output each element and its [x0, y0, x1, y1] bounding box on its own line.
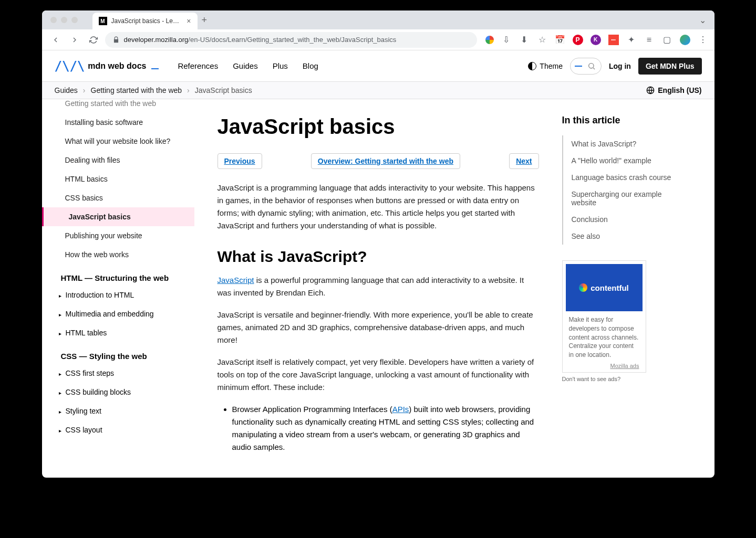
nav-guides[interactable]: Guides [233, 61, 258, 70]
toc-item[interactable]: A "Hello world!" example [572, 152, 688, 169]
address-bar[interactable]: developer.mozilla.org/en-US/docs/Learn/G… [105, 32, 477, 48]
logo-underline [151, 68, 159, 69]
ad-opt-out-link[interactable]: Don't want to see ads? [562, 376, 688, 382]
bookmark-icon[interactable]: ☆ [537, 35, 547, 45]
search-button[interactable] [570, 58, 602, 75]
toc-list: What is JavaScript? A "Hello world!" exa… [562, 135, 688, 245]
sidebar-expand-item[interactable]: Multimedia and embedding [42, 304, 194, 323]
feature-list: Browser Application Programming Interfac… [218, 403, 539, 453]
javascript-link[interactable]: JavaScript [218, 276, 254, 284]
mdn-header: /\/\ mdn web docs References Guides Plus… [42, 50, 714, 82]
search-icon [587, 62, 596, 70]
sidebar-item[interactable]: HTML basics [42, 170, 194, 188]
svg-point-0 [589, 63, 594, 68]
sidebar-subhead-css: CSS — Styling the web [42, 342, 194, 364]
window-chrome: M JavaScript basics - Learn web × + ⌄ [42, 10, 714, 29]
menu-icon[interactable]: ⋮ [698, 35, 708, 45]
google-icon[interactable] [485, 36, 494, 44]
get-plus-button[interactable]: Get MDN Plus [638, 58, 702, 75]
extension-icon-3[interactable]: ••• [608, 35, 619, 45]
traffic-lights [46, 17, 82, 23]
profile-avatar[interactable] [680, 35, 690, 45]
ad-box[interactable]: contentful Make it easy for developers t… [562, 260, 646, 373]
mdn-logo[interactable]: /\/\ mdn web docs [55, 59, 159, 73]
install-icon[interactable]: ⇩ [501, 35, 512, 45]
article: JavaScript basics Previous Overview: Get… [194, 99, 562, 474]
tab-title: JavaScript basics - Learn web [111, 17, 183, 25]
nav-plus[interactable]: Plus [273, 61, 288, 70]
pinterest-icon[interactable]: P [573, 35, 583, 45]
reading-list-icon[interactable]: ≡ [644, 35, 655, 45]
mdn-logo-mark: /\/\ [55, 59, 85, 73]
close-tab-button[interactable]: × [187, 17, 191, 25]
browser-toolbar: developer.mozilla.org/en-US/docs/Learn/G… [42, 29, 714, 50]
toc-item[interactable]: Language basics crash course [572, 169, 688, 186]
ad-attribution-link[interactable]: Mozilla ads [566, 363, 643, 369]
theme-icon [528, 62, 536, 70]
url-text: developer.mozilla.org/en-US/docs/Learn/G… [124, 36, 397, 44]
intro-paragraph: JavaScript is a programming language tha… [218, 182, 539, 232]
sidebar-expand-item[interactable]: HTML tables [42, 323, 194, 342]
sidebar-item[interactable]: Getting started with the web [42, 99, 194, 113]
sidebar-expand-item[interactable]: Introduction to HTML [42, 286, 194, 304]
table-of-contents: In this article What is JavaScript? A "H… [562, 99, 688, 474]
theme-button[interactable]: Theme [528, 62, 563, 70]
maximize-window-button[interactable] [71, 17, 78, 23]
toc-item[interactable]: What is JavaScript? [572, 135, 688, 152]
breadcrumb-getting-started[interactable]: Getting started with the web [91, 86, 182, 94]
extensions-icon[interactable]: ✦ [626, 35, 637, 45]
forward-button[interactable] [67, 33, 82, 47]
prev-button[interactable]: Previous [218, 153, 262, 169]
extension-icon-2[interactable]: K [591, 35, 601, 45]
tab-strip: M JavaScript basics - Learn web × + [92, 10, 208, 29]
browser-tab[interactable]: M JavaScript basics - Learn web × [92, 13, 198, 29]
favicon: M [99, 17, 107, 25]
sidebar-expand-item[interactable]: CSS first steps [42, 364, 194, 383]
sidebar-expand-item[interactable]: CSS layout [42, 420, 194, 439]
globe-icon [646, 86, 655, 94]
breadcrumb-guides[interactable]: Guides [55, 86, 78, 94]
nav-blog[interactable]: Blog [303, 61, 318, 70]
lock-icon [112, 36, 120, 44]
sidebar-item[interactable]: Installing basic software [42, 113, 194, 132]
contentful-logo-icon [579, 283, 587, 292]
back-button[interactable] [48, 33, 63, 47]
sidebar-item[interactable]: How the web works [42, 245, 194, 264]
toc-item[interactable]: See also [572, 228, 688, 245]
tabs-dropdown-icon[interactable]: ⌄ [695, 15, 710, 25]
sidebar-item[interactable]: Publishing your website [42, 226, 194, 245]
paragraph-1: JavaScript is a powerful programming lan… [218, 274, 539, 299]
language-picker[interactable]: English (US) [646, 86, 701, 94]
sidebar-subhead-html: HTML — Structuring the web [42, 264, 194, 286]
sidebar: Getting started with the web Installing … [42, 99, 194, 474]
extension-icons: ⇩ ⬇ ☆ 📅 P K ••• ✦ ≡ ▢ ⋮ [481, 35, 708, 45]
new-tab-button[interactable]: + [202, 15, 208, 26]
sidebar-item[interactable]: CSS basics [42, 188, 194, 207]
toc-heading: In this article [562, 115, 688, 126]
minimize-window-button[interactable] [61, 17, 67, 23]
article-paging: Previous Overview: Getting started with … [218, 153, 539, 169]
sidebar-expand-item[interactable]: Styling text [42, 402, 194, 420]
ad-text: Make it easy for developers to compose c… [566, 315, 643, 363]
sidebar-item-active[interactable]: JavaScript basics [42, 207, 194, 226]
sidebar-item[interactable]: What will your website look like? [42, 132, 194, 151]
reload-button[interactable] [86, 33, 101, 47]
main-layout: Getting started with the web Installing … [42, 99, 714, 474]
sidebar-expand-item[interactable]: CSS building blocks [42, 383, 194, 402]
close-window-button[interactable] [50, 17, 57, 23]
extension-icon-1[interactable]: 📅 [555, 35, 565, 45]
next-button[interactable]: Next [509, 153, 538, 169]
sidebar-item[interactable]: Dealing with files [42, 151, 194, 170]
toc-item[interactable]: Conclusion [572, 211, 688, 228]
apis-link[interactable]: APIs [392, 405, 409, 414]
download-icon[interactable]: ⬇ [519, 35, 530, 45]
login-link[interactable]: Log in [609, 62, 631, 70]
browser-window: M JavaScript basics - Learn web × + ⌄ de… [42, 10, 714, 478]
sidepanel-icon[interactable]: ▢ [662, 35, 672, 45]
paragraph-2: JavaScript is versatile and beginner-fri… [218, 309, 539, 346]
breadcrumb-sep-icon: › [83, 86, 86, 94]
nav-references[interactable]: References [178, 61, 218, 70]
toc-item[interactable]: Supercharging our example website [572, 186, 688, 211]
breadcrumb-bar: Guides › Getting started with the web › … [42, 82, 714, 99]
overview-button[interactable]: Overview: Getting started with the web [311, 153, 460, 169]
